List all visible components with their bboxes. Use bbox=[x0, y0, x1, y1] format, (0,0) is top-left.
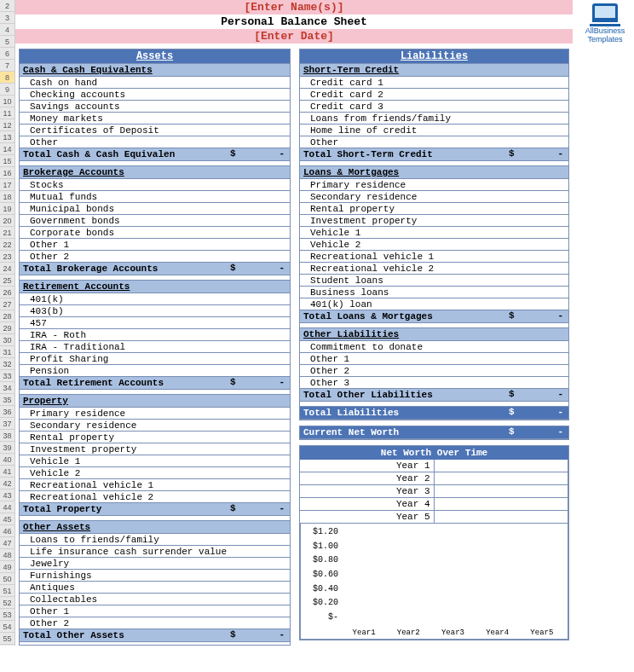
line-item[interactable]: Furnishings bbox=[20, 570, 290, 582]
line-item[interactable]: Other bbox=[300, 136, 568, 148]
row-number[interactable]: 24 bbox=[0, 263, 14, 275]
row-number[interactable]: 48 bbox=[0, 549, 14, 561]
row-number[interactable]: 40 bbox=[0, 454, 14, 466]
line-item[interactable]: Corporate bonds bbox=[20, 227, 290, 239]
line-item[interactable]: Cash on hand bbox=[20, 77, 290, 89]
year-value[interactable] bbox=[435, 472, 569, 484]
row-number[interactable]: 55 bbox=[0, 633, 14, 645]
row-number[interactable]: 35 bbox=[0, 394, 14, 406]
row-number[interactable]: 28 bbox=[0, 310, 14, 322]
line-item[interactable]: Antiques bbox=[20, 582, 290, 594]
row-number[interactable]: 11 bbox=[0, 107, 14, 119]
line-item[interactable]: Other 1 bbox=[20, 239, 290, 251]
line-item[interactable]: Vehicle 2 bbox=[300, 239, 568, 251]
row-number[interactable]: 42 bbox=[0, 478, 14, 490]
networth-year-row[interactable]: Year 5 bbox=[300, 511, 568, 524]
name-placeholder[interactable]: [Enter Name(s)] bbox=[15, 0, 573, 14]
line-item[interactable]: Pension bbox=[20, 365, 290, 377]
line-item[interactable]: Profit Sharing bbox=[20, 353, 290, 365]
row-number[interactable]: 12 bbox=[0, 119, 14, 131]
row-number[interactable]: 39 bbox=[0, 442, 14, 454]
row-number[interactable]: 19 bbox=[0, 203, 14, 215]
row-number[interactable]: 8 bbox=[0, 72, 14, 84]
line-item[interactable]: Other 1 bbox=[300, 353, 568, 365]
line-item[interactable]: Rental property bbox=[20, 432, 290, 443]
line-item[interactable]: Other 3 bbox=[300, 377, 568, 389]
row-number[interactable]: 21 bbox=[0, 227, 14, 239]
line-item[interactable]: Certificates of Deposit bbox=[20, 125, 290, 136]
row-number[interactable]: 5 bbox=[0, 36, 14, 48]
row-number[interactable]: 3 bbox=[0, 12, 14, 24]
line-item[interactable]: IRA - Traditional bbox=[20, 341, 290, 353]
line-item[interactable]: Stocks bbox=[20, 179, 290, 191]
line-item[interactable]: Recreational vehicle 1 bbox=[300, 251, 568, 263]
line-item[interactable]: IRA - Roth bbox=[20, 329, 290, 341]
line-item[interactable]: Home line of credit bbox=[300, 125, 568, 136]
line-item[interactable]: Recreational vehicle 2 bbox=[300, 263, 568, 275]
year-value[interactable] bbox=[435, 511, 569, 523]
line-item[interactable]: Credit card 3 bbox=[300, 101, 568, 113]
row-number[interactable]: 20 bbox=[0, 215, 14, 227]
networth-year-row[interactable]: Year 1 bbox=[300, 460, 568, 472]
line-item[interactable]: Municipal bonds bbox=[20, 203, 290, 215]
row-number[interactable]: 14 bbox=[0, 143, 14, 155]
line-item[interactable]: Investment property bbox=[300, 215, 568, 227]
line-item[interactable]: Life insurance cash surrender value bbox=[20, 546, 290, 558]
line-item[interactable]: Primary residence bbox=[20, 408, 290, 420]
line-item[interactable]: Other 2 bbox=[300, 365, 568, 377]
line-item[interactable]: Business loans bbox=[300, 287, 568, 298]
row-number[interactable]: 2 bbox=[0, 0, 14, 12]
row-number[interactable]: 38 bbox=[0, 430, 14, 442]
line-item[interactable]: Jewelry bbox=[20, 558, 290, 570]
row-number[interactable]: 7 bbox=[0, 60, 14, 72]
line-item[interactable]: Other 1 bbox=[20, 605, 290, 617]
line-item[interactable]: Collectables bbox=[20, 594, 290, 605]
line-item[interactable]: Vehicle 2 bbox=[20, 467, 290, 479]
row-number[interactable]: 37 bbox=[0, 418, 14, 430]
row-number[interactable]: 30 bbox=[0, 334, 14, 346]
row-number[interactable]: 50 bbox=[0, 573, 14, 585]
line-item[interactable]: Rental property bbox=[300, 203, 568, 215]
row-number[interactable]: 31 bbox=[0, 346, 14, 358]
line-item[interactable]: Loans to friends/family bbox=[20, 534, 290, 546]
row-number[interactable]: 25 bbox=[0, 275, 14, 287]
row-number[interactable]: 49 bbox=[0, 561, 14, 573]
line-item[interactable]: Other bbox=[20, 136, 290, 148]
line-item[interactable]: Recreational vehicle 1 bbox=[20, 479, 290, 491]
row-number[interactable]: 16 bbox=[0, 167, 14, 179]
row-number[interactable]: 29 bbox=[0, 322, 14, 334]
networth-year-row[interactable]: Year 3 bbox=[300, 485, 568, 498]
row-number[interactable]: 22 bbox=[0, 239, 14, 251]
row-number[interactable]: 56 bbox=[0, 645, 14, 646]
line-item[interactable]: Student loans bbox=[300, 275, 568, 287]
line-item[interactable]: Money markets bbox=[20, 113, 290, 125]
row-number[interactable]: 46 bbox=[0, 525, 14, 537]
row-number[interactable]: 26 bbox=[0, 287, 14, 298]
row-number[interactable]: 47 bbox=[0, 537, 14, 549]
line-item[interactable]: Secondary residence bbox=[300, 191, 568, 203]
line-item[interactable]: Credit card 2 bbox=[300, 89, 568, 101]
row-number[interactable]: 27 bbox=[0, 298, 14, 310]
line-item[interactable]: Recreational vehicle 2 bbox=[20, 491, 290, 503]
line-item[interactable]: 401(k) bbox=[20, 293, 290, 305]
line-item[interactable]: Savings accounts bbox=[20, 101, 290, 113]
row-number[interactable]: 6 bbox=[0, 48, 14, 60]
date-placeholder[interactable]: [Enter Date] bbox=[15, 29, 573, 43]
line-item[interactable]: Vehicle 1 bbox=[300, 227, 568, 239]
line-item[interactable]: Loans from friends/family bbox=[300, 113, 568, 125]
row-number[interactable]: 41 bbox=[0, 466, 14, 478]
line-item[interactable]: Government bonds bbox=[20, 215, 290, 227]
line-item[interactable]: Secondary residence bbox=[20, 420, 290, 432]
row-number[interactable]: 32 bbox=[0, 358, 14, 370]
row-number[interactable]: 15 bbox=[0, 155, 14, 167]
row-number[interactable]: 54 bbox=[0, 621, 14, 633]
line-item[interactable]: Checking accounts bbox=[20, 89, 290, 101]
row-number[interactable]: 23 bbox=[0, 251, 14, 263]
line-item[interactable]: Other 2 bbox=[20, 617, 290, 629]
row-number[interactable]: 36 bbox=[0, 406, 14, 418]
year-value[interactable] bbox=[435, 498, 569, 510]
networth-year-row[interactable]: Year 2 bbox=[300, 472, 568, 485]
row-number[interactable]: 13 bbox=[0, 131, 14, 143]
row-number[interactable]: 53 bbox=[0, 609, 14, 621]
row-number[interactable]: 18 bbox=[0, 191, 14, 203]
